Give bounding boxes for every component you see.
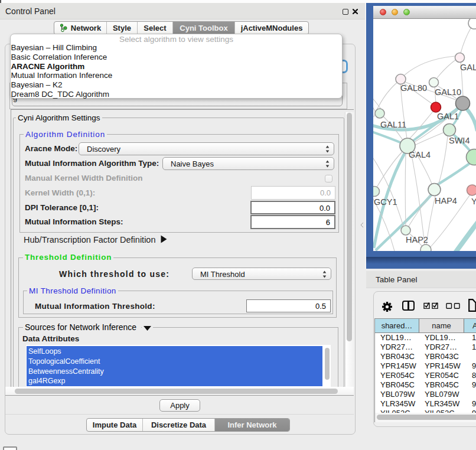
svg-text:HAP2: HAP2 [406,235,428,244]
svg-text:GAL1: GAL1 [437,112,459,121]
svg-text:GAL10: GAL10 [435,87,461,97]
svg-text:HAP4: HAP4 [435,196,457,206]
svg-text:GAL4: GAL4 [409,150,431,159]
svg-text:GAL11: GAL11 [380,120,406,129]
svg-text:GAL7: GAL7 [460,63,476,72]
svg-text:YD: YD [471,197,476,206]
svg-text:GCY1: GCY1 [374,197,397,207]
svg-text:SWI4: SWI4 [449,136,470,145]
svg-text:GAL80: GAL80 [400,83,427,93]
